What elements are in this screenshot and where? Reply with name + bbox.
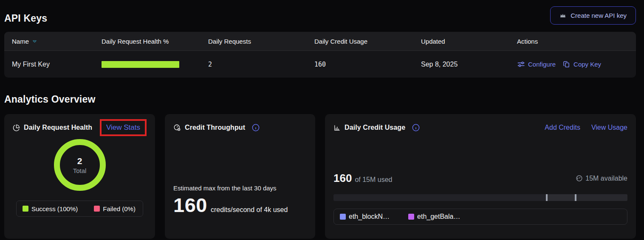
- column-header-name[interactable]: Name: [12, 38, 102, 45]
- throughput-subtitle: Estimated max from the last 30 days: [173, 184, 307, 192]
- credits-used-label: of 15M used: [355, 176, 392, 184]
- legend-item-success: Success (100%): [23, 205, 78, 212]
- credit-throughput-card: Credit Throughput Estimated max from the…: [165, 114, 315, 239]
- credits-used-value: 160: [333, 172, 352, 185]
- page-title: API Keys: [4, 13, 47, 24]
- throughput-unit: credits/second of 4k used: [211, 206, 288, 214]
- analytics-title: Analytics Overview: [4, 94, 636, 105]
- api-keys-table: Name Daily Request Health % Daily Reques…: [4, 32, 636, 78]
- credits-available: 15M available: [576, 175, 627, 182]
- card-title: Credit Throughput: [185, 124, 245, 131]
- throughput-value: 160: [173, 195, 207, 215]
- view-stats-link[interactable]: View Stats: [106, 123, 140, 131]
- eth-getbalance-swatch: [408, 214, 414, 220]
- donut-total-value: 2: [77, 156, 82, 166]
- card-title: Daily Credit Usage: [345, 124, 405, 131]
- daily-credit-usage-cell: 160: [314, 61, 421, 68]
- failed-label: Failed (0%): [103, 205, 136, 212]
- view-usage-link[interactable]: View Usage: [591, 124, 627, 131]
- daily-request-health-card: Daily Request Health View Stats 2 Total …: [4, 114, 155, 239]
- pie-chart-icon: [13, 124, 20, 131]
- donut-ring: 2 Total: [54, 139, 106, 191]
- legend-item-failed: Failed (0%): [94, 205, 136, 212]
- donut-total-label: Total: [73, 167, 87, 174]
- bar-threshold-tick: [575, 194, 576, 201]
- credit-usage-progress-bar: [333, 194, 627, 201]
- table-row: My First Key 2 160 Sep 8, 2025 Configure…: [4, 50, 636, 78]
- configure-label: Configure: [528, 61, 556, 68]
- sort-chevron-icon: [32, 39, 37, 44]
- column-header-updated: Updated: [421, 38, 517, 45]
- daily-requests-cell: 2: [208, 61, 314, 68]
- gauge-icon: [173, 124, 181, 131]
- create-api-key-label: Create new API key: [571, 12, 627, 19]
- column-header-actions: Actions: [517, 38, 628, 45]
- crown-icon: [559, 12, 566, 19]
- success-swatch: [23, 206, 28, 212]
- legend-item-eth-getbalance: eth_getBala…: [408, 213, 460, 220]
- request-health-donut: 2 Total: [13, 139, 147, 191]
- table-header-row: Name Daily Request Health % Daily Reques…: [4, 32, 636, 50]
- health-bar: [102, 61, 179, 68]
- column-header-credit-usage: Daily Credit Usage: [314, 38, 421, 45]
- column-header-health: Daily Request Health %: [102, 38, 208, 45]
- bar-segment-right: [576, 194, 627, 201]
- updated-cell: Sep 8, 2025: [421, 61, 517, 68]
- eth-getbalance-label: eth_getBala…: [417, 213, 460, 220]
- configure-link[interactable]: Configure: [517, 60, 556, 68]
- column-header-requests: Daily Requests: [208, 38, 314, 45]
- bar-chart-icon: [333, 124, 341, 131]
- sliders-icon: [517, 60, 525, 68]
- copy-key-label: Copy Key: [573, 61, 601, 68]
- eth-blocknumber-label: eth_blockN…: [349, 213, 390, 220]
- bar-threshold-tick: [546, 194, 548, 201]
- column-name-label: Name: [12, 38, 29, 45]
- actions-cell: Configure Copy Key: [517, 60, 628, 68]
- analytics-cards: Daily Request Health View Stats 2 Total …: [4, 114, 636, 239]
- credits-available-label: 15M available: [585, 175, 627, 182]
- daily-credit-usage-card: Daily Credit Usage Add Credits View Usag…: [325, 114, 636, 239]
- copy-icon: [563, 61, 571, 68]
- eth-blocknumber-swatch: [340, 214, 346, 220]
- meter-icon: [576, 175, 583, 182]
- bar-segment-mid: [548, 194, 575, 201]
- card-title: Daily Request Health: [24, 124, 92, 131]
- failed-swatch: [94, 206, 100, 212]
- create-api-key-button[interactable]: Create new API key: [550, 6, 636, 25]
- view-stats-annotation-box: View Stats: [100, 119, 147, 136]
- top-bar: API Keys Create new API key: [4, 0, 636, 32]
- info-icon[interactable]: [251, 123, 260, 132]
- usage-legend: eth_blockN… eth_getBala…: [333, 209, 627, 225]
- health-bar-cell: [102, 61, 208, 68]
- copy-key-link[interactable]: Copy Key: [563, 61, 601, 68]
- success-label: Success (100%): [31, 205, 78, 212]
- add-credits-link[interactable]: Add Credits: [545, 124, 580, 131]
- legend-item-eth-blocknumber: eth_blockN…: [340, 213, 390, 220]
- key-name-cell: My First Key: [12, 61, 102, 68]
- info-icon[interactable]: [412, 123, 420, 132]
- health-legend: Success (100%) Failed (0%): [16, 201, 143, 217]
